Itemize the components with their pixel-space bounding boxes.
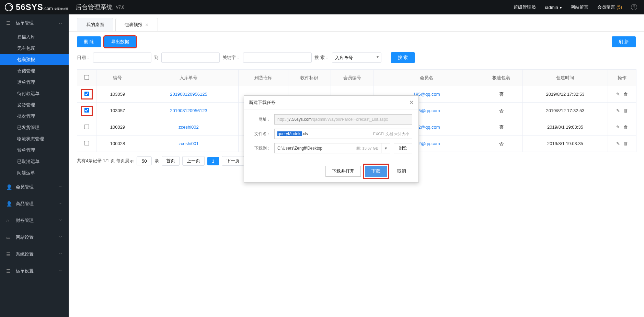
tab-forecast[interactable]: 包裹预报✕ [115,18,158,31]
refresh-button[interactable]: 刷 新 [612,36,636,47]
chevron-down-icon: ▾ [559,6,562,10]
keyword-input[interactable] [243,52,312,63]
delete-icon[interactable]: 🗑 [623,141,628,146]
cell-express: 否 [480,119,522,136]
cell-waybill[interactable]: zceshi002 [139,119,239,136]
list-icon: ☰ [6,20,12,26]
export-button[interactable]: 导出数据 [104,36,136,47]
sidebar-group-waybillset[interactable]: ☰运单设置﹀ [0,262,69,279]
sidebar-item-forecast[interactable]: 包裹预报 [0,54,69,65]
search-type-select[interactable]: 入库单号 [332,52,381,63]
role-label: 超级管理员 [514,4,536,10]
tab-desktop[interactable]: 我的桌面 [77,18,113,31]
close-icon[interactable]: ✕ [409,99,414,106]
sidebar-item-scan[interactable]: 扫描入库 [0,31,69,43]
date-from-input[interactable] [93,52,151,63]
sidebar-group-system[interactable]: ☰系统设置﹀ [0,246,69,262]
date-to-input[interactable] [161,52,220,63]
cell-id: 100028 [96,136,139,152]
tabs: 我的桌面 包裹预报✕ [69,14,644,32]
list-icon: ☰ [6,251,12,257]
home-icon: ⌂ [6,218,12,223]
cell-express: 否 [480,103,522,119]
sidebar-group-member[interactable]: 👤会员管理﹀ [0,178,69,195]
edit-icon[interactable]: ✎ [616,141,620,146]
pager-cur[interactable]: 1 [207,157,219,165]
dest-input[interactable]: C:\Users\Zengff\Desktop剩: 13.67 GB [274,143,381,153]
sidebar-item-shipped[interactable]: 已发货管理 [0,122,69,133]
sidebar-item-cancelled[interactable]: 已取消运单 [0,156,69,167]
sidebar-item-problem[interactable]: 问题运单 [0,167,69,178]
sidebar-group-waybill[interactable]: ☰ 运单管理 ︿ [0,14,69,31]
brand-logo-icon [5,3,13,11]
chevron-down-icon: ﹀ [59,235,62,240]
filename-label: 文件名： [250,131,271,137]
search-button[interactable]: 搜 索 [391,52,415,63]
sidebar-item-batch[interactable]: 批次管理 [0,110,69,122]
page-size-input[interactable] [137,156,152,165]
row-checkbox[interactable] [84,108,89,113]
sidebar-item-transfer[interactable]: 转单管理 [0,144,69,156]
cell-waybill[interactable]: 201908120956125 [139,86,239,103]
sidebar-group-site[interactable]: ▭网站设置﹀ [0,229,69,246]
browse-button[interactable]: 浏览 [394,143,412,153]
brand: 56SYS.com 全渠物流通 [5,2,68,12]
sidebar-item-storage[interactable]: 仓储管理 [0,65,69,77]
topbar: 56SYS.com 全渠物流通 后台管理系统 V7.0 超级管理员 iadmin… [0,0,644,14]
edit-icon[interactable]: ✎ [616,92,620,97]
chevron-up-icon: ︿ [59,20,62,25]
date-label: 日期： [77,55,90,61]
user-menu[interactable]: iadmin ▾ [545,5,562,10]
cell-id: 103059 [96,86,139,103]
delete-icon[interactable]: 🗑 [623,125,628,130]
cell-express: 否 [480,136,522,152]
sidebar-item-orphan[interactable]: 无主包裹 [0,43,69,54]
sidebar-group-finance[interactable]: ⌂财务管理﹀ [0,212,69,229]
url-label: 网址： [250,117,271,122]
cell-waybill[interactable]: 201908120956123 [139,103,239,119]
modal-title: 新建下载任务 [249,99,276,106]
sidebar: ☰ 运单管理 ︿ 扫描入库 无主包裹 包裹预报 仓储管理 运单管理 待付款运单 … [0,14,69,317]
pager-prev[interactable]: 上一页 [182,156,205,166]
filename-input[interactable]: queryModels.xls EXCEL文档 未知大小 [274,129,412,139]
searchby-label: 搜 索： [314,55,329,61]
modal-header: 新建下载任务 ✕ [244,96,418,109]
edit-icon[interactable]: ✎ [616,125,620,130]
sidebar-item-waybill[interactable]: 运单管理 [0,77,69,88]
download-button[interactable]: 下载 [365,166,387,177]
download-open-button[interactable]: 下载并打开 [325,166,361,177]
url-field: http://j7.56sys.com/qadmin/Waybill/Parce… [274,114,412,125]
cancel-button[interactable]: 取消 [391,166,412,177]
close-icon[interactable]: ✕ [145,22,149,27]
pager-first[interactable]: 首页 [162,156,180,166]
cell-time: 2019/8/12 17:32:53 [522,103,608,119]
sidebar-item-track[interactable]: 物流状态管理 [0,133,69,144]
app-version: V7.0 [116,5,125,10]
delete-icon[interactable]: 🗑 [623,92,628,97]
dest-label: 下载到： [250,145,271,151]
list-icon: ☰ [6,268,12,274]
keyword-label: 关键字： [222,55,240,61]
cell-waybill[interactable]: zceshi001 [139,136,239,152]
download-modal: 新建下载任务 ✕ 网址： http://j7.56sys.com/qadmin/… [244,95,419,183]
sidebar-item-unpaid[interactable]: 待付款运单 [0,88,69,99]
site-msg-link[interactable]: 网站留言 [571,4,588,10]
to-label: 到 [154,55,159,61]
edit-icon[interactable]: ✎ [616,108,620,113]
row-checkbox[interactable] [84,124,89,129]
row-checkbox[interactable] [84,91,89,96]
row-checkbox[interactable] [84,141,89,145]
sidebar-group-product[interactable]: 👤商品管理﹀ [0,195,69,212]
delete-icon[interactable]: 🗑 [623,108,628,113]
cell-express: 否 [480,86,522,103]
pager-next[interactable]: 下一页 [222,156,244,166]
member-msg-link[interactable]: 会员留言 (5) [597,4,622,10]
dest-dropdown[interactable]: ▾ [381,143,390,153]
help-icon[interactable]: ? [631,4,637,10]
sidebar-item-ship[interactable]: 发货管理 [0,99,69,110]
toolbar: 删 除 导出数据 刷 新 [69,32,644,52]
cell-id: 100029 [96,119,139,136]
select-all-checkbox[interactable] [84,75,89,80]
cell-time: 2019/8/1 19:03:35 [522,136,608,152]
delete-button[interactable]: 删 除 [77,36,101,47]
